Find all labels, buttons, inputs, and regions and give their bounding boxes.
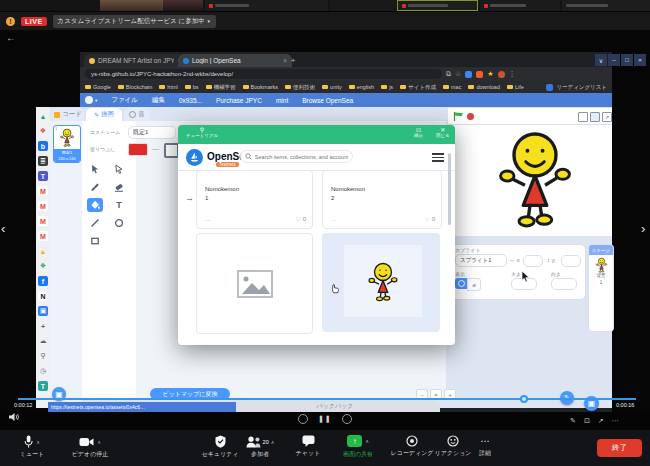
cloud-icon[interactable]: ☁ <box>38 336 48 346</box>
bookmark-item[interactable]: 機械学習 <box>206 84 236 91</box>
tab-code[interactable]: コード <box>52 108 84 121</box>
extension-star-icon[interactable]: ★ <box>487 70 493 78</box>
participant-tile-active[interactable] <box>397 0 478 11</box>
seek-bar[interactable] <box>18 398 636 400</box>
extension-icon[interactable] <box>476 71 483 78</box>
fill-tool-selected[interactable] <box>87 198 103 212</box>
participants-button[interactable]: 20 ∧ 参加者 <box>234 435 286 459</box>
hide-sprite-button[interactable]: ø <box>467 278 481 291</box>
heart-icon[interactable]: ♡ <box>425 216 430 222</box>
mute-button[interactable]: ∧ ミュート <box>10 435 54 459</box>
player-loop-left-icon[interactable] <box>298 414 308 424</box>
share-icon[interactable]: ⧉ <box>446 70 451 78</box>
blue-app-icon[interactable]: ▣ <box>38 306 48 316</box>
sprite-name-input[interactable]: スプライト1 <box>455 254 507 267</box>
back-arrow-icon[interactable]: ← <box>6 32 16 43</box>
participants-chevron[interactable]: ∧ <box>271 439 275 445</box>
nft-card-image-missing[interactable] <box>196 233 313 334</box>
profile-icon[interactable]: T <box>38 381 48 391</box>
tab-close-icon[interactable]: × <box>283 57 287 64</box>
extension-icon[interactable] <box>465 71 472 78</box>
gmail-icon[interactable]: M <box>38 201 48 211</box>
bookmark-item[interactable]: サイト作成 <box>400 84 436 91</box>
outline-swatch[interactable] <box>164 143 179 158</box>
eraser-tool[interactable] <box>111 180 127 194</box>
menu-browse-opensea[interactable]: Browse OpenSea <box>302 97 353 104</box>
speaker-icon[interactable] <box>8 412 20 422</box>
prev-participant-arrow[interactable]: ‹ <box>1 221 5 236</box>
menu-dots-icon[interactable]: ⋮ <box>509 70 516 78</box>
participant-tile[interactable] <box>100 0 163 11</box>
heart-icon[interactable]: ♡ <box>296 216 301 222</box>
tab-draw-active[interactable]: ✎描画 <box>86 108 122 121</box>
card-more-icon[interactable]: … <box>205 216 211 222</box>
bookmark-item[interactable]: Life <box>507 84 524 90</box>
bookmark-item[interactable]: mac <box>443 84 461 90</box>
pause-icon[interactable]: ❚❚ <box>318 415 332 423</box>
opensea-search[interactable] <box>240 150 353 163</box>
circle-tool[interactable] <box>111 216 127 230</box>
search-input[interactable] <box>255 154 348 160</box>
show-sprite-button[interactable] <box>455 278 467 289</box>
nft-card[interactable]: Nomokemon1 … ♡ 0 <box>196 170 313 229</box>
costume-card-selected[interactable]: 1 既定1 240 x 240 <box>53 125 81 163</box>
video-options-chevron[interactable]: ∧ <box>97 439 101 445</box>
end-meeting-button[interactable]: 終了 <box>597 439 642 457</box>
close-button[interactable]: ✕ 閉じる <box>436 127 450 138</box>
mute-options-chevron[interactable]: ∧ <box>36 439 40 445</box>
bookmark-item[interactable]: js <box>381 84 393 90</box>
modal-scrollbar[interactable] <box>448 153 451 225</box>
browser-tab-active[interactable]: Login | OpenSea × <box>178 54 292 67</box>
gmail-icon[interactable]: M <box>38 216 48 226</box>
browser-tab[interactable]: DREAM NFT Artist on JPYC × <box>84 54 186 67</box>
next-participant-arrow[interactable]: › <box>641 221 645 236</box>
select-tool[interactable] <box>87 162 103 176</box>
bookmark-item[interactable]: download <box>468 84 500 90</box>
monitor-icon[interactable]: ⊡ <box>584 417 590 425</box>
bookmark-star-icon[interactable]: ☆ <box>455 70 461 78</box>
menu-purchase-jpyc[interactable]: Purchase JPYC <box>216 97 262 104</box>
history-icon[interactable]: ◷ <box>38 366 48 376</box>
menu-wallet-address[interactable]: 0x935... <box>179 97 202 104</box>
player-loop-right-icon[interactable] <box>342 414 352 424</box>
nft-card-artwork[interactable] <box>322 233 440 332</box>
reading-list-button[interactable]: リーディングリスト <box>546 84 607 91</box>
green-flag-icon[interactable] <box>453 111 464 122</box>
card-more-icon[interactable]: … <box>331 216 337 222</box>
stage-viewport[interactable] <box>448 125 612 236</box>
bookmark-item[interactable]: 便利技術 <box>285 84 315 91</box>
bookmark-item[interactable]: english <box>349 84 374 90</box>
tutorial-back-arrow[interactable]: → <box>185 193 194 203</box>
share-options-chevron[interactable]: ∧ <box>365 438 369 444</box>
reshape-tool[interactable] <box>111 162 127 176</box>
facebook-icon[interactable]: f <box>38 276 48 286</box>
dropdown-icon[interactable]: ∨ <box>595 54 607 66</box>
fill-color-swatch[interactable] <box>128 143 148 156</box>
y-position-input[interactable] <box>561 255 581 267</box>
live-status[interactable]: カスタムライブストリーム配信サービス に参加中 ▼ <box>53 15 216 28</box>
menu-mint[interactable]: mint <box>276 97 288 104</box>
more-button[interactable]: ⋯ 詳細 <box>470 435 500 458</box>
bookmark-item[interactable]: bs <box>185 84 199 90</box>
pencil-icon[interactable]: ✎ <box>570 417 576 425</box>
hamburger-menu-icon[interactable] <box>432 153 444 162</box>
search-icon[interactable]: ⚲ <box>38 351 48 361</box>
more-dots-icon[interactable]: ⋯ <box>612 417 619 425</box>
fullscreen-icon[interactable]: ↗ <box>602 112 612 122</box>
bookmark-item[interactable]: unity <box>322 84 342 90</box>
minimize-icon[interactable]: – <box>608 54 620 66</box>
app-logo-menu[interactable]: ▾ <box>85 96 97 104</box>
direction-input[interactable] <box>551 278 577 290</box>
bookmark-item[interactable]: Blockchain <box>118 84 153 90</box>
expand-icon[interactable]: ↗ <box>598 417 604 425</box>
menu-file[interactable]: ファイル <box>111 96 138 105</box>
b-app-icon[interactable]: b <box>38 141 48 151</box>
notion-icon[interactable]: N <box>38 291 48 301</box>
restore-icon[interactable]: □ <box>621 54 633 66</box>
url-bar[interactable]: ys-nibs.github.io/JPYC-hackathon-2nd-wkb… <box>85 69 442 79</box>
chat-button[interactable]: チャット <box>288 435 328 458</box>
seek-handle[interactable] <box>520 395 528 403</box>
nft-card[interactable]: Nomokemon2 … ♡ 0 <box>322 170 442 229</box>
opensea-logo[interactable] <box>186 149 203 166</box>
participant-tile[interactable] <box>480 0 560 11</box>
